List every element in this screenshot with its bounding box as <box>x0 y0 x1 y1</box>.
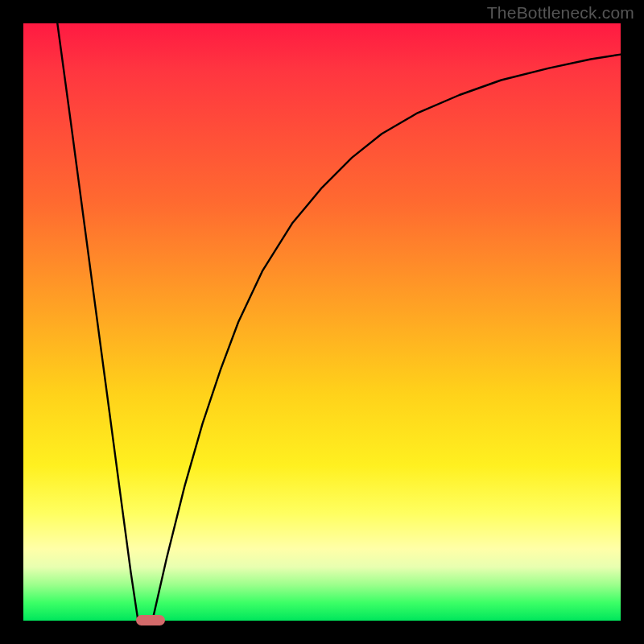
chart-frame: TheBottleneck.com <box>0 0 644 644</box>
curve-layer <box>23 23 621 621</box>
bottleneck-curve-left <box>57 23 138 621</box>
bottleneck-curve-right <box>152 55 621 621</box>
watermark-text: TheBottleneck.com <box>487 3 634 23</box>
plot-area <box>23 23 621 621</box>
optimal-marker <box>136 615 165 625</box>
